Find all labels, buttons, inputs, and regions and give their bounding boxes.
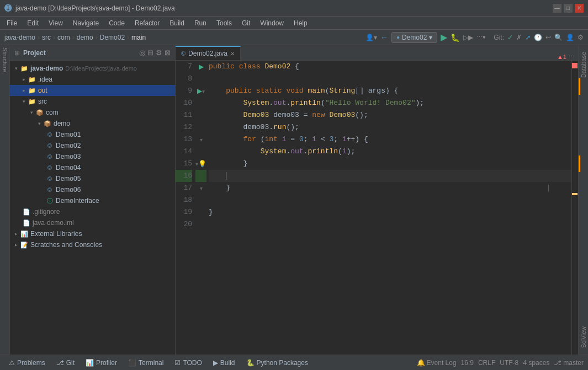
status-line-endings[interactable]: CRLF — [478, 359, 495, 367]
tree-item-demo06[interactable]: © Demo06 — [10, 184, 175, 195]
tab-git[interactable]: ⎇ Git — [52, 356, 79, 369]
nav-src[interactable]: src — [42, 34, 51, 41]
tree-item-com[interactable]: ▾ 📦 com — [10, 107, 175, 118]
status-indent[interactable]: 4 spaces — [523, 359, 549, 367]
git-up-icon[interactable]: ↗ — [525, 34, 531, 41]
linenum-15: 15 — [176, 158, 192, 170]
menu-edit[interactable]: Edit — [23, 17, 43, 29]
tree-item-extlibs[interactable]: ▸ 📊 External Libraries — [10, 228, 175, 239]
nav-project[interactable]: java-demo — [4, 34, 35, 41]
tab-profiler[interactable]: 📊 Profiler — [81, 356, 121, 369]
project-settings-icon[interactable]: ⚙ — [156, 49, 162, 57]
tree-item-demo[interactable]: ▾ 📦 demo — [10, 118, 175, 129]
tree-item-idea[interactable]: ▸ 📁 .idea — [10, 74, 175, 85]
code-line-14: System.out.println(i); — [209, 146, 571, 158]
tree-item-demo01[interactable]: © Demo01 — [10, 129, 175, 140]
window-controls[interactable]: — □ ✕ — [553, 4, 584, 13]
project-locate-icon[interactable]: ◎ — [139, 49, 145, 57]
tab-demo02[interactable]: © Demo02.java ✕ — [176, 46, 241, 60]
profile-icon[interactable]: 👤▾ — [365, 34, 377, 41]
tab-demo02-close[interactable]: ✕ — [230, 51, 235, 57]
nav-demo[interactable]: demo — [77, 34, 93, 41]
tree-item-demo04[interactable]: © Demo04 — [10, 162, 175, 173]
menu-run[interactable]: Run — [190, 17, 211, 29]
tree-item-gitignore[interactable]: 📄 .gitignore — [10, 206, 175, 217]
run-button[interactable]: ▶ — [441, 32, 447, 42]
code-line-18 — [209, 194, 571, 206]
nav-main[interactable]: main — [131, 34, 146, 41]
menu-file[interactable]: File — [2, 17, 22, 29]
tab-todo[interactable]: ☑ TODO — [170, 356, 206, 369]
history-icon[interactable]: 🕐 — [534, 34, 542, 41]
status-position[interactable]: 16:9 — [461, 359, 474, 367]
structure-panel[interactable]: Structure — [0, 45, 10, 355]
tree-label-demo: demo — [54, 120, 70, 127]
menu-build[interactable]: Build — [165, 17, 189, 29]
git-check-icon[interactable]: ✓ — [507, 34, 513, 41]
more-run-button[interactable]: ⋯▾ — [476, 34, 486, 41]
menu-git[interactable]: Git — [237, 17, 255, 29]
gutter-17[interactable]: ▾ — [195, 182, 206, 194]
tree-icon-demo01: © — [45, 130, 54, 139]
status-bar: 🔔 Event Log 16:9 CRLF UTF-8 4 spaces ⎇ m… — [417, 359, 584, 367]
gutter-15[interactable]: ▾💡 — [195, 158, 206, 170]
tree-item-scratches[interactable]: ▸ 📝 Scratches and Consoles — [10, 239, 175, 250]
code-line-11: Demo03 demo03 = new Demo03(); — [209, 109, 571, 121]
tree-item-demo03[interactable]: © Demo03 — [10, 151, 175, 162]
nav-com[interactable]: com — [57, 34, 70, 41]
tree-item-demointerface[interactable]: ⓘ DemoInterface — [10, 195, 175, 206]
title-left: 🅘 java-demo [D:\IdeaProjects\java-demo] … — [4, 4, 175, 13]
tree-item-root[interactable]: ▾ 📁 java-demo D:\IdeaProjects\java-demo — [10, 63, 175, 74]
undo-icon[interactable]: ↩ — [545, 34, 551, 41]
tab-problems[interactable]: ⚠ Problems — [4, 356, 50, 369]
menu-tools[interactable]: Tools — [212, 17, 236, 29]
menu-refactor[interactable]: Refactor — [130, 17, 164, 29]
build-icon: ▶ — [213, 359, 218, 367]
sciview-panel-label[interactable]: SciView — [579, 322, 588, 352]
status-event-log[interactable]: 🔔 Event Log — [417, 359, 457, 367]
tree-item-out[interactable]: ▸ 📁 out — [10, 85, 175, 96]
tab-expand-icon[interactable]: ⋯ — [569, 53, 575, 60]
tree-arrow-com: ▾ — [28, 110, 35, 115]
tab-python-packages[interactable]: 🐍 Python Packages — [242, 356, 312, 369]
tab-build[interactable]: ▶ Build — [209, 356, 240, 369]
run-config-selector[interactable]: ● Demo02 ▾ — [391, 32, 437, 43]
code-area[interactable]: public class Demo02 { public static void… — [206, 61, 571, 355]
project-close-icon[interactable]: ⊠ — [165, 49, 171, 57]
tab-terminal[interactable]: ⬛ Terminal — [124, 356, 168, 369]
project-collapse-icon[interactable]: ⊟ — [147, 49, 153, 57]
maximize-button[interactable]: □ — [564, 4, 573, 13]
close-button[interactable]: ✕ — [575, 4, 584, 13]
python-label: Python Packages — [257, 359, 308, 367]
minimize-button[interactable]: — — [553, 4, 561, 13]
tree-icon-idea: 📁 — [28, 75, 36, 84]
status-branch[interactable]: ⎇ master — [554, 359, 584, 367]
editor-content[interactable]: 7 8 9 10 11 12 13 14 15 16 17 18 19 20 ▶… — [176, 61, 578, 355]
menu-navigate[interactable]: Navigate — [68, 17, 103, 29]
gutter-7[interactable]: ▶ — [195, 61, 206, 73]
todo-icon: ☑ — [174, 359, 181, 367]
debug-button[interactable]: 🐛 — [451, 33, 460, 42]
gutter-9[interactable]: ▶▾ — [195, 85, 206, 97]
tree-item-demo05[interactable]: © Demo05 — [10, 173, 175, 184]
user-icon[interactable]: 👤 — [566, 34, 574, 41]
gutter-13[interactable]: ▾ — [195, 133, 206, 146]
back-icon[interactable]: ← — [380, 33, 388, 42]
status-encoding[interactable]: UTF-8 — [500, 359, 518, 367]
nav-demo02[interactable]: Demo02 — [100, 34, 125, 41]
menu-help[interactable]: Help — [289, 17, 312, 29]
run-with-coverage-button[interactable]: ▷▶ — [463, 34, 473, 41]
indent-label: 4 spaces — [523, 359, 549, 367]
tree-item-iml[interactable]: 📄 java-demo.iml — [10, 217, 175, 228]
tree-item-demo02[interactable]: © Demo02 — [10, 140, 175, 151]
git-x-icon[interactable]: ✗ — [516, 34, 522, 41]
tree-item-src[interactable]: ▾ 📁 src — [10, 96, 175, 107]
menu-window[interactable]: Window — [256, 17, 288, 29]
tree-label-demo02: Demo02 — [56, 142, 81, 149]
menu-view[interactable]: View — [44, 17, 67, 29]
error-indicator[interactable]: ▲1 — [557, 53, 566, 60]
search-icon[interactable]: 🔍 — [554, 34, 563, 41]
settings-icon[interactable]: ⚙ — [578, 34, 584, 41]
database-panel-label[interactable]: Database — [579, 47, 588, 82]
menu-code[interactable]: Code — [104, 17, 129, 29]
